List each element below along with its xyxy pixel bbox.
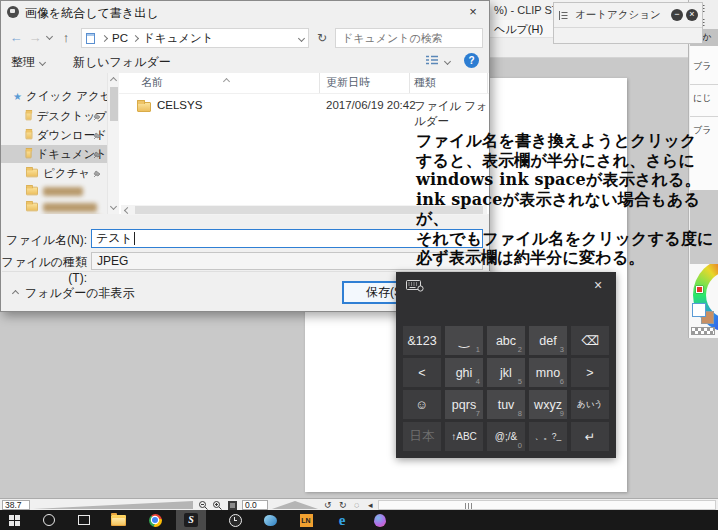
chrome-button[interactable] bbox=[143, 510, 167, 530]
pin-icon bbox=[93, 169, 102, 178]
back-button[interactable]: ← bbox=[7, 28, 25, 48]
keyboard-close-button[interactable]: × bbox=[588, 275, 608, 295]
rotate-slider[interactable] bbox=[272, 501, 318, 509]
new-folder-label: 新しいフォルダー bbox=[73, 54, 171, 71]
fit-to-screen-icon[interactable] bbox=[228, 501, 237, 510]
task-view-icon bbox=[78, 515, 90, 525]
sidebar-item-redacted[interactable] bbox=[1, 211, 107, 214]
key-language-japanese[interactable]: 日本 bbox=[403, 422, 441, 451]
column-header-type[interactable]: 種類 bbox=[414, 75, 436, 90]
refresh-button[interactable]: ↻ bbox=[313, 28, 331, 48]
sidebar-item-quick-access[interactable]: ★ クイック アクセス bbox=[1, 87, 107, 105]
key-mno[interactable]: mno6 bbox=[529, 358, 567, 387]
dialog-close-button[interactable]: × bbox=[461, 3, 485, 21]
subtool-item[interactable]: ブラ bbox=[693, 60, 711, 73]
key-tuv[interactable]: tuv8 bbox=[487, 390, 525, 419]
recent-locations-icon[interactable] bbox=[46, 33, 53, 40]
panel-close-button[interactable]: × bbox=[686, 9, 698, 21]
key-shift-abc[interactable]: ↑ABC bbox=[445, 422, 483, 451]
subtool-item[interactable]: にじ bbox=[693, 92, 711, 105]
organize-button[interactable]: 整理 bbox=[11, 54, 45, 71]
menu-help[interactable]: ヘルプ(H) bbox=[494, 23, 543, 35]
key-abc[interactable]: abc2 bbox=[487, 326, 525, 355]
rotate-angle-value[interactable]: 0.0 bbox=[242, 500, 268, 510]
sidebar-item-downloads[interactable]: ダウンロード bbox=[1, 126, 107, 144]
edge-button[interactable]: e bbox=[330, 510, 354, 530]
clock-app-button[interactable] bbox=[223, 510, 247, 530]
breadcrumb-documents[interactable]: ドキュメント bbox=[143, 31, 214, 46]
key-ghi[interactable]: ghi4 bbox=[445, 358, 483, 387]
paint3d-button[interactable] bbox=[368, 510, 392, 530]
column-divider[interactable] bbox=[409, 73, 410, 93]
sidebar-item-pictures[interactable]: ピクチャ bbox=[1, 164, 107, 182]
dialog-title: 画像を統合して書き出し bbox=[25, 5, 158, 22]
scroll-up-icon[interactable] bbox=[110, 77, 117, 84]
key-emoji[interactable]: ☺ bbox=[403, 390, 441, 419]
help-button[interactable]: ? bbox=[464, 53, 479, 68]
transparent-color-swatch[interactable] bbox=[691, 327, 715, 335]
windows-ink-keyboard: × &123 ‿1 abc2 def3 ⌫ < ghi4 jkl5 mno6 >… bbox=[396, 272, 616, 458]
hide-folders-button[interactable]: フォルダーの非表示 bbox=[13, 285, 134, 302]
forward-button[interactable]: → bbox=[27, 28, 43, 48]
task-view-button[interactable] bbox=[72, 510, 96, 530]
up-button[interactable]: ↑ bbox=[57, 28, 75, 48]
sidebar-item-documents[interactable]: ドキュメント bbox=[1, 145, 107, 163]
key-wxyz[interactable]: wxyz9 bbox=[529, 390, 567, 419]
filetype-label: ファイルの種類(T): bbox=[1, 254, 87, 285]
canvas-horizontal-scrollbar[interactable] bbox=[378, 500, 716, 510]
taskbar: S LN e bbox=[0, 510, 718, 530]
key-pqrs[interactable]: pqrs7 bbox=[445, 390, 483, 419]
key-left-arrow[interactable]: < bbox=[403, 358, 441, 387]
breadcrumb[interactable]: PC ドキュメント bbox=[81, 28, 309, 48]
table-row[interactable]: CELSYS 2017/06/19 20:42 ファイル フォルダー bbox=[119, 97, 489, 115]
key-def[interactable]: def3 bbox=[529, 326, 567, 355]
new-folder-button[interactable]: 新しいフォルダー bbox=[73, 54, 171, 71]
color-wheel-handle[interactable] bbox=[696, 286, 703, 293]
column-header-modified[interactable]: 更新日時 bbox=[326, 75, 370, 90]
cortana-search-button[interactable] bbox=[37, 510, 61, 530]
key-space[interactable]: ‿1 bbox=[445, 326, 483, 355]
vertical-scrollbar[interactable] bbox=[107, 73, 119, 214]
panel-minimize-button[interactable]: − bbox=[671, 9, 683, 21]
sidebar-item-label: クイック アクセス bbox=[26, 89, 107, 104]
key-at-symbols[interactable]: @;/&0 bbox=[487, 422, 525, 451]
search-input[interactable] bbox=[336, 32, 484, 44]
balloon-icon bbox=[374, 514, 386, 527]
hide-folders-label: フォルダーの非表示 bbox=[25, 285, 134, 302]
start-button[interactable] bbox=[2, 510, 26, 530]
ln-app-icon: LN bbox=[300, 514, 313, 527]
scrollbar-grip[interactable] bbox=[457, 503, 479, 509]
divider bbox=[119, 93, 489, 94]
file-explorer-button[interactable] bbox=[106, 510, 130, 530]
keyboard-settings-icon[interactable] bbox=[406, 279, 424, 292]
canvas-status-bar: 38.7 0.0 ↺ ↻ ◌ ◂ bbox=[0, 498, 718, 510]
search-box[interactable] bbox=[335, 28, 483, 48]
clock-icon bbox=[229, 514, 242, 527]
blue-app-button[interactable] bbox=[258, 510, 282, 530]
breadcrumb-pc[interactable]: PC bbox=[112, 32, 128, 44]
clip-studio-button[interactable]: S bbox=[179, 510, 203, 530]
main-color-swatch[interactable] bbox=[692, 303, 706, 317]
address-dropdown-icon[interactable] bbox=[298, 34, 305, 41]
key-kana[interactable]: あいう bbox=[571, 390, 609, 419]
scrollbar-thumb[interactable] bbox=[110, 87, 118, 121]
scroll-left-icon[interactable] bbox=[124, 207, 131, 214]
ln-app-button[interactable]: LN bbox=[294, 510, 318, 530]
key-backspace[interactable]: ⌫ bbox=[571, 326, 609, 355]
zoom-slider[interactable] bbox=[33, 501, 193, 509]
key-punctuation[interactable]: 、。?_ bbox=[529, 422, 567, 451]
column-header-name[interactable]: 名前 bbox=[141, 75, 163, 90]
key-jkl[interactable]: jkl5 bbox=[487, 358, 525, 387]
view-dropdown-icon[interactable] bbox=[444, 58, 451, 65]
column-divider[interactable] bbox=[487, 73, 488, 93]
zoom-percent-value[interactable]: 38.7 bbox=[2, 500, 30, 510]
sidebar-item-desktop[interactable]: デスクトップ bbox=[1, 107, 107, 125]
column-divider[interactable] bbox=[319, 73, 320, 93]
scroll-down-icon[interactable] bbox=[110, 203, 117, 210]
key-right-arrow[interactable]: > bbox=[571, 358, 609, 387]
key-enter[interactable]: ↵ bbox=[571, 422, 609, 451]
panel-menu-icon[interactable] bbox=[558, 11, 568, 20]
screen: %) - CLIP STUD ヘルプ(H) オートアクション − × ぼかし ブ… bbox=[0, 0, 718, 530]
view-mode-icon[interactable] bbox=[425, 55, 439, 69]
key-symbols[interactable]: &123 bbox=[403, 326, 441, 355]
